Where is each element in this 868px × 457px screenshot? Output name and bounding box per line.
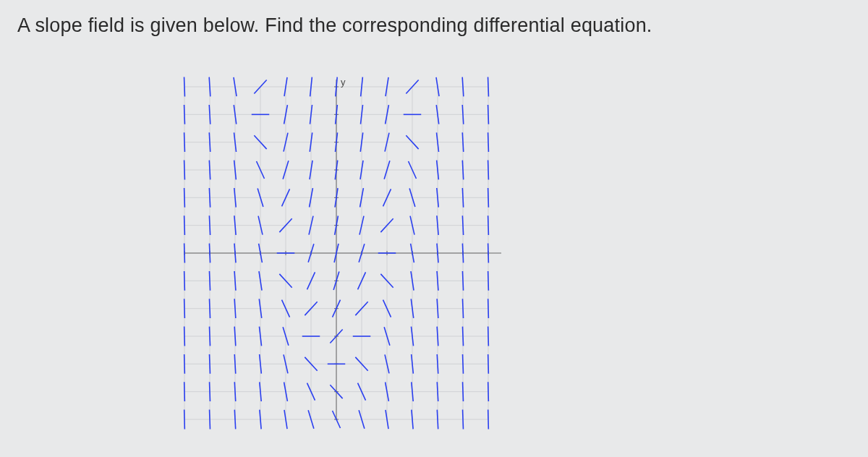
svg-line-199 [234, 382, 235, 401]
svg-line-94 [209, 161, 210, 180]
svg-line-220 [437, 410, 438, 430]
svg-line-160 [234, 299, 236, 318]
svg-line-222 [488, 410, 489, 430]
svg-line-197 [184, 382, 185, 401]
svg-line-65 [462, 77, 464, 97]
svg-line-55 [209, 77, 210, 97]
svg-line-219 [412, 410, 413, 430]
svg-line-181 [437, 327, 438, 346]
svg-line-196 [488, 354, 489, 374]
svg-line-133 [209, 244, 210, 263]
svg-line-173 [234, 327, 236, 346]
svg-line-169 [462, 299, 463, 318]
svg-line-104 [462, 161, 463, 180]
svg-line-68 [209, 105, 210, 124]
svg-line-107 [209, 188, 210, 208]
svg-line-195 [463, 354, 464, 374]
svg-line-106 [184, 188, 185, 208]
svg-line-79 [488, 105, 489, 124]
svg-line-93 [184, 161, 185, 180]
svg-line-134 [234, 244, 236, 263]
svg-line-142 [437, 244, 438, 263]
svg-line-92 [488, 132, 489, 152]
slope-field-figure: xy [170, 72, 503, 434]
svg-line-172 [209, 327, 210, 346]
svg-line-121 [234, 215, 236, 235]
svg-line-183 [488, 327, 489, 346]
svg-line-210 [184, 410, 185, 430]
svg-line-131 [488, 215, 489, 235]
svg-line-171 [184, 327, 185, 346]
svg-line-186 [234, 354, 236, 374]
svg-line-211 [210, 410, 210, 430]
svg-line-130 [462, 215, 463, 235]
svg-line-156 [462, 271, 463, 291]
svg-line-91 [462, 132, 463, 152]
svg-line-105 [488, 161, 489, 180]
svg-line-132 [184, 244, 185, 263]
svg-line-143 [462, 244, 463, 263]
svg-line-208 [463, 382, 464, 401]
svg-line-221 [463, 410, 464, 430]
svg-line-212 [234, 410, 235, 430]
svg-line-67 [184, 105, 185, 124]
svg-line-129 [437, 215, 438, 235]
question-prompt: A slope field is given below. Find the c… [17, 14, 652, 37]
svg-line-207 [437, 382, 438, 401]
svg-line-80 [184, 132, 185, 152]
svg-line-145 [184, 271, 185, 291]
question-page: A slope field is given below. Find the c… [0, 0, 868, 457]
svg-line-118 [488, 188, 489, 208]
svg-line-182 [462, 327, 463, 346]
svg-line-119 [184, 215, 185, 235]
slope-field-svg: xy [170, 72, 503, 434]
svg-line-157 [488, 271, 489, 291]
svg-line-209 [488, 382, 489, 401]
svg-line-158 [184, 299, 185, 318]
svg-line-66 [488, 77, 489, 97]
svg-line-198 [210, 382, 210, 401]
svg-text:y: y [341, 77, 346, 87]
svg-line-117 [462, 188, 463, 208]
svg-line-147 [234, 271, 236, 291]
svg-line-146 [209, 271, 210, 291]
svg-line-194 [437, 354, 438, 374]
svg-line-78 [462, 105, 464, 124]
svg-line-184 [184, 354, 185, 374]
svg-line-213 [260, 410, 261, 430]
svg-line-159 [209, 299, 210, 318]
svg-line-155 [437, 271, 438, 291]
svg-line-81 [209, 132, 210, 152]
svg-line-185 [210, 354, 210, 374]
svg-line-120 [209, 215, 210, 235]
svg-line-144 [488, 244, 489, 263]
svg-line-168 [437, 299, 438, 318]
svg-line-170 [488, 299, 489, 318]
svg-line-54 [184, 77, 185, 97]
